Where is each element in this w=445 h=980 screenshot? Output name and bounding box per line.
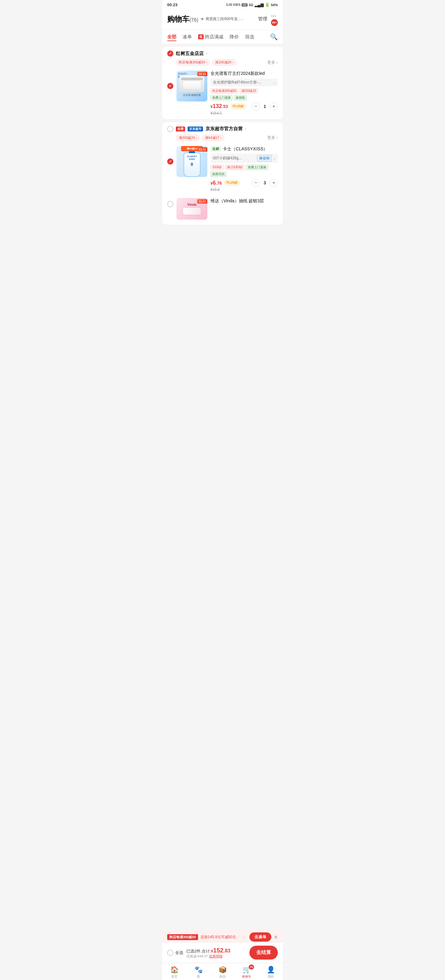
- exchange-tag[interactable]: 换促销: [257, 155, 272, 161]
- location-arrow-icon: ›: [242, 18, 243, 21]
- product-tag-1-2: 满200减20: [239, 88, 258, 94]
- store-arrow-icon-1: ›: [206, 51, 207, 56]
- product-price-2: ¥6.76: [211, 180, 222, 186]
- product-badge-1: 11.11: [197, 72, 207, 76]
- status-time: 00:23: [167, 3, 177, 7]
- status-bar: 00:23 5.00 KB/S HD 5G ▂▄▆ 🔋 64%: [162, 0, 283, 10]
- manage-button[interactable]: 管理: [258, 16, 267, 22]
- bottle-cap: [189, 151, 195, 153]
- discount-tag-1-1[interactable]: 跨店每满300减50 ›: [176, 59, 210, 65]
- promo-badge: 促: [198, 34, 204, 39]
- product-image-2[interactable]: 满69减10 CLASSYKISS 0 11.11: [176, 146, 207, 177]
- bottle-num: 0: [191, 162, 193, 167]
- status-right: 5.00 KB/S HD 5G ▂▄▆ 🔋 64%: [226, 3, 278, 7]
- product-info-3: 维达（Vinda）抽纸 超韧3层: [211, 198, 278, 220]
- store-name-1[interactable]: 红树五金店店: [176, 51, 204, 57]
- product-spec-1[interactable]: 全光谱护眼Ra9740cm方形-... ⌄: [211, 79, 278, 86]
- lamp-label: 全光谱·健康护眼: [183, 94, 201, 97]
- store-name-2[interactable]: 京东超市官方自营: [206, 126, 242, 132]
- notifications-area: ··· 99+: [271, 12, 278, 26]
- product-info-2: 生鲜 卡士（CLASSY.KISS） 007小奶罐428g... 换促销 ⌄ 3…: [211, 146, 278, 192]
- qty-minus-2[interactable]: −: [252, 179, 260, 187]
- discount-tag-2-2[interactable]: 满64减17 ›: [202, 135, 224, 141]
- self-badge: 自营: [176, 127, 185, 132]
- product-checkbox-3[interactable]: [167, 201, 173, 207]
- product-tag-2-1: 3件8折: [211, 165, 224, 170]
- notification-badge: 99+: [271, 19, 278, 26]
- store-section-2: 自营 京东超市 京东超市官方自营 › 满200减20 › 满64减17 › 更多…: [162, 122, 283, 225]
- hd-badge: HD: [242, 3, 247, 6]
- original-price-1: ¥154.1: [211, 111, 278, 115]
- plus-badge-2: PLUS价: [224, 180, 240, 186]
- cart-count: (76): [189, 18, 198, 22]
- qty-plus-1[interactable]: +: [270, 102, 278, 110]
- discount-row-1: 跨店每满300减50 › 满200减20 › 更多 ›: [162, 59, 283, 68]
- lamp-top: [181, 78, 203, 80]
- battery-icon: 🔋: [265, 3, 270, 7]
- qty-value-2: 3: [260, 180, 270, 185]
- product-spec-2[interactable]: 007小奶罐428g... 换促销 ⌄: [211, 154, 278, 163]
- tissue-art: [183, 207, 201, 215]
- product-image-3[interactable]: Vinda 11.11: [176, 198, 207, 220]
- tab-cross-store[interactable]: 促 跨店满减: [198, 34, 223, 40]
- signal-bars-icon: ▂▄▆: [255, 3, 264, 7]
- store-checkbox-1[interactable]: [167, 51, 173, 57]
- tab-match[interactable]: 凑单: [183, 34, 192, 40]
- product-tag-1-4: 破损险: [234, 95, 247, 100]
- tab-filter[interactable]: 筛选: [245, 34, 254, 40]
- product-checkbox-1[interactable]: [167, 83, 173, 89]
- more-link-2[interactable]: 更多 ›: [267, 135, 278, 140]
- product-price-1: ¥132.53: [211, 103, 228, 110]
- lamp-art: [179, 75, 204, 92]
- tab-discount[interactable]: 降价: [230, 34, 239, 40]
- bottle-art: CLASSYKISS 0: [184, 153, 201, 177]
- product-checkbox-2[interactable]: [167, 158, 173, 165]
- filter-tabs: 全部 凑单 促 跨店满减 降价 筛选 🔍: [162, 30, 283, 44]
- product-tags-2: 3件8折 满119享9折 免费上门退换 效期无忧: [211, 165, 278, 177]
- spec-arrow-icon-1: ⌄: [273, 81, 276, 84]
- quantity-controls-1: − 1 +: [252, 102, 278, 110]
- product-title-3: 维达（Vinda）抽纸 超韧3层: [211, 198, 278, 204]
- discount-row-2: 满200减20 › 满64减17 › 更多 ›: [162, 135, 283, 143]
- spec-arrow-icon-2: ⌄: [273, 156, 276, 160]
- store-arrow-icon-2: ›: [245, 127, 246, 131]
- product-title-row-2: 生鲜 卡士（CLASSY.KISS）: [211, 146, 278, 152]
- store-checkbox-2[interactable]: [167, 126, 173, 132]
- header: 购物车(76) 👁 蜀贤路三段800号龙... › 管理 ··· 99+: [162, 10, 283, 30]
- plus-badge-1: PLUS价: [231, 103, 246, 109]
- store-header-2: 自营 京东超市 京东超市官方自营 ›: [162, 122, 283, 135]
- qty-plus-2[interactable]: +: [270, 179, 278, 187]
- product-image-1[interactable]: 美国进口普瑞芯片 全光谱·健康护眼 11.11: [176, 70, 207, 102]
- product-badge-3: 11.11: [197, 199, 207, 204]
- discount-tag-1-2[interactable]: 满200减20 ›: [212, 59, 236, 65]
- store-section-1: 红树五金店店 › 跨店每满300减50 › 满200减20 › 更多 › 美国进…: [162, 47, 283, 119]
- tab-all[interactable]: 全部: [167, 34, 176, 40]
- more-icon[interactable]: ···: [271, 12, 276, 19]
- product-title-1: 全光谱客厅主灯2024新款led: [211, 70, 278, 77]
- location-bar[interactable]: 👁 蜀贤路三段800号龙... ›: [201, 16, 256, 22]
- original-price-2: ¥15.6: [211, 188, 278, 192]
- product-tag-2-3: 免费上门退换: [246, 165, 268, 170]
- more-link-1[interactable]: 更多 ›: [267, 60, 278, 65]
- price-row-2: ¥6.76 PLUS价 − 3 +: [211, 179, 278, 187]
- lamp-body: [183, 81, 201, 89]
- discount-tag-2-1[interactable]: 满200减20 ›: [176, 135, 200, 141]
- signal-5g: 5G: [249, 3, 253, 7]
- search-button[interactable]: 🔍: [270, 33, 278, 41]
- qty-minus-1[interactable]: −: [252, 102, 260, 110]
- store-header-1: 红树五金店店 ›: [162, 47, 283, 59]
- product-title-2: 卡士（CLASSY.KISS）: [223, 146, 268, 152]
- product-badge-2: 11.11: [197, 147, 207, 151]
- product-tag-2-2: 满119享9折: [225, 165, 245, 170]
- location-text: 蜀贤路三段800号龙...: [206, 16, 241, 22]
- product-item-3: Vinda 11.11 维达（Vinda）抽纸 超韧3层: [162, 196, 283, 224]
- product-tag-1-3: 免费上门退换: [211, 95, 233, 100]
- product-tag-2-4: 效期无忧: [211, 171, 226, 177]
- network-speed: 5.00 KB/S: [226, 3, 241, 6]
- vinda-label: Vinda: [187, 203, 196, 206]
- page-title: 购物车(76): [167, 14, 198, 24]
- product-item-2: 满69减10 CLASSYKISS 0 11.11 生鲜 卡士（CLASSY.K…: [162, 143, 283, 196]
- quantity-controls-2: − 3 +: [252, 179, 278, 187]
- product-info-1: 全光谱客厅主灯2024新款led 全光谱护眼Ra9740cm方形-... ⌄ 跨…: [211, 70, 278, 115]
- jd-super-badge: 京东超市: [188, 127, 203, 132]
